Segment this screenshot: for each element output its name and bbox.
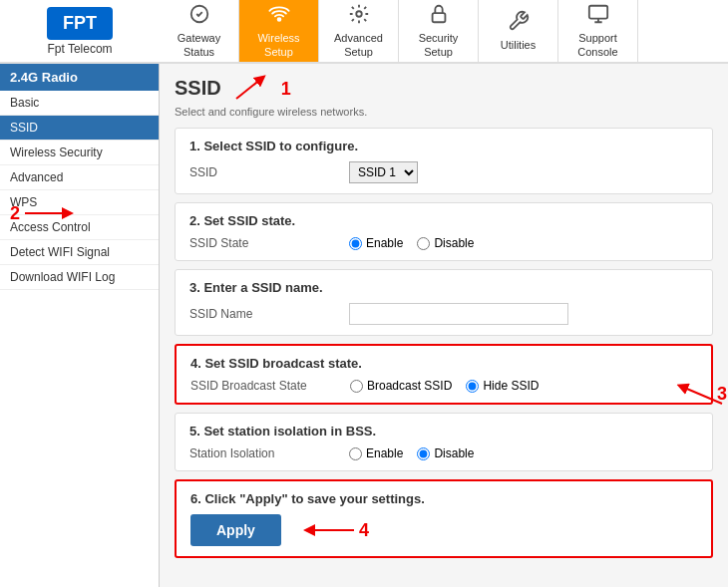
annotation-arrow-1: [231, 74, 281, 104]
sidebar-item-wireless-security[interactable]: Wireless Security: [0, 141, 159, 165]
tab-advanced-label: AdvancedSetup: [334, 32, 383, 58]
tab-security[interactable]: SecuritySetup: [399, 0, 479, 62]
section2-row: SSID State Enable Disable: [189, 236, 698, 250]
section2-title: 2. Set SSID state.: [189, 213, 698, 228]
isolation-enable-label[interactable]: Enable: [349, 446, 403, 460]
tab-utilities-label: Utilities: [501, 39, 536, 52]
broadcast-ssid-radio[interactable]: [350, 380, 363, 393]
section2-label: SSID State: [189, 236, 349, 250]
section-ssid-state: 2. Set SSID state. SSID State Enable Dis…: [175, 202, 713, 261]
header: FPT Fpt Telecom GatewayStatus WirelessSe…: [0, 0, 728, 64]
sidebar-item-ssid[interactable]: SSID: [0, 116, 159, 141]
hide-ssid-label[interactable]: Hide SSID: [466, 379, 539, 393]
apply-button[interactable]: Apply: [190, 514, 281, 546]
annotation-arrow-2: [20, 199, 80, 227]
tab-support-label: SupportConsole: [577, 32, 617, 58]
section3-title: 3. Enter a SSID name.: [189, 280, 698, 295]
broadcast-radios: Broadcast SSID Hide SSID: [350, 379, 539, 393]
security-icon: [428, 3, 450, 30]
logo-wrap: FPT Fpt Telecom: [47, 7, 112, 56]
sidebar-item-detect-wifi[interactable]: Detect WIFI Signal: [0, 240, 159, 265]
ssid-state-disable-label[interactable]: Disable: [417, 236, 474, 250]
tab-support[interactable]: SupportConsole: [558, 0, 638, 62]
wireless-icon: [268, 3, 290, 30]
ssid-state-radios: Enable Disable: [349, 236, 474, 250]
utilities-icon: [508, 10, 530, 37]
tab-wireless-label: WirelessSetup: [257, 32, 299, 58]
sidebar-item-basic[interactable]: Basic: [0, 91, 159, 116]
content-area: SSID 1 Select and configure wireless net…: [160, 64, 728, 587]
support-icon: [587, 3, 609, 30]
logo-area: FPT Fpt Telecom: [0, 0, 160, 64]
section3-row: SSID Name: [189, 303, 698, 325]
isolation-radios: Enable Disable: [349, 446, 474, 460]
svg-line-5: [236, 79, 261, 99]
sidebar-item-download-wifi[interactable]: Download WIFI Log: [0, 265, 159, 290]
broadcast-ssid-label[interactable]: Broadcast SSID: [350, 379, 452, 393]
svg-point-1: [277, 18, 280, 21]
tab-gateway[interactable]: GatewayStatus: [160, 0, 239, 62]
tab-security-label: SecuritySetup: [419, 32, 459, 58]
isolation-disable-radio[interactable]: [417, 447, 430, 460]
sidebar-item-advanced[interactable]: Advanced: [0, 165, 159, 190]
annotation-arrow-4: [299, 516, 359, 544]
ssid-select[interactable]: SSID 1 SSID 2 SSID 3 SSID 4: [349, 161, 418, 183]
tab-advanced[interactable]: AdvancedSetup: [319, 0, 399, 62]
section1-value: SSID 1 SSID 2 SSID 3 SSID 4: [349, 161, 418, 183]
section6-title: 6. Click "Apply" to save your settings.: [190, 491, 697, 506]
logo-subtitle: Fpt Telecom: [47, 42, 112, 56]
svg-rect-4: [588, 6, 606, 19]
annotation-1-label: 1: [281, 79, 291, 100]
sidebar: 2.4G Radio Basic SSID Wireless Security …: [0, 64, 160, 587]
section1-title: 1. Select SSID to configure.: [189, 139, 698, 153]
ssid-state-enable-radio[interactable]: [349, 237, 362, 250]
svg-line-6: [682, 387, 722, 404]
isolation-enable-radio[interactable]: [349, 447, 362, 460]
section-ssid-name: 3. Enter a SSID name. SSID Name: [175, 269, 713, 336]
sidebar-section-title: 2.4G Radio: [0, 64, 159, 91]
apply-row: Apply 4: [190, 514, 697, 546]
section4-row: SSID Broadcast State Broadcast SSID Hide…: [190, 379, 697, 393]
main-layout: 2.4G Radio Basic SSID Wireless Security …: [0, 64, 728, 587]
section-select-ssid: 1. Select SSID to configure. SSID SSID 1…: [175, 128, 713, 194]
hide-ssid-radio[interactable]: [466, 380, 479, 393]
logo-brand: FPT: [47, 7, 112, 40]
section1-row: SSID SSID 1 SSID 2 SSID 3 SSID 4: [189, 161, 698, 183]
tab-gateway-label: GatewayStatus: [178, 32, 220, 58]
ssid-state-enable-label[interactable]: Enable: [349, 236, 403, 250]
svg-point-2: [356, 12, 362, 18]
annotation-4-label: 4: [359, 520, 369, 541]
section5-row: Station Isolation Enable Disable: [189, 446, 698, 460]
section-ssid-broadcast: 4. Set SSID broadcast state. SSID Broadc…: [175, 344, 713, 405]
page-subtitle: Select and configure wireless networks.: [175, 106, 713, 118]
isolation-disable-label[interactable]: Disable: [417, 446, 474, 460]
section3-label: SSID Name: [189, 307, 349, 321]
section5-label: Station Isolation: [189, 446, 349, 460]
annotation-2-label: 2: [10, 203, 20, 224]
section-apply: 6. Click "Apply" to save your settings. …: [175, 479, 713, 558]
ssid-name-input[interactable]: [349, 303, 568, 325]
tab-utilities[interactable]: Utilities: [479, 0, 558, 62]
advanced-icon: [348, 3, 370, 30]
svg-rect-3: [432, 13, 445, 22]
annotation4-area: 4: [299, 516, 369, 544]
page-title: SSID: [175, 77, 221, 100]
annotation2-area: 2: [10, 199, 80, 227]
annotation-3-label: 3: [717, 384, 727, 405]
gateway-icon: [188, 3, 210, 30]
annotation3-area: 3: [667, 379, 727, 409]
section4-title: 4. Set SSID broadcast state.: [190, 356, 697, 371]
tab-wireless[interactable]: WirelessSetup: [239, 0, 319, 62]
ssid-state-disable-radio[interactable]: [417, 237, 430, 250]
nav-tabs: GatewayStatus WirelessSetup AdvancedSetu…: [160, 0, 728, 62]
section-station-isolation: 5. Set station isolation in BSS. Station…: [175, 413, 713, 471]
section4-label: SSID Broadcast State: [190, 379, 350, 393]
section1-label: SSID: [189, 165, 349, 179]
section5-title: 5. Set station isolation in BSS.: [189, 424, 698, 439]
